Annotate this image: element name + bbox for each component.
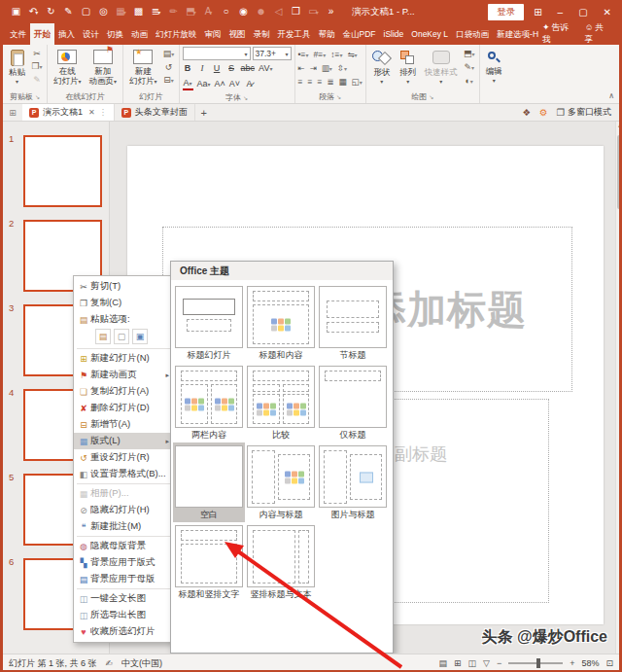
smartart-icon[interactable]: ◱▾	[352, 77, 363, 87]
layout-option-内容与标题[interactable]: 内容与标题	[245, 442, 317, 522]
close-icon[interactable]: ✕	[604, 7, 611, 18]
bold-icon[interactable]: B	[183, 62, 193, 75]
text-shadow-icon[interactable]: S	[226, 62, 237, 75]
menu-hide-slide[interactable]: ⊘隐藏幻灯片(H)	[74, 502, 173, 518]
dialog-launcher-icon[interactable]: ↘	[429, 93, 433, 100]
tell-me-item[interactable]: ✦告诉我	[542, 22, 575, 46]
normal-view-icon[interactable]: ▤	[438, 658, 447, 668]
menu-hide-master-bg[interactable]: ◍隐藏母版背景	[74, 538, 173, 554]
menu-new-animation-page[interactable]: ⚑新建动画页▸	[74, 367, 173, 383]
align-right-icon[interactable]: ≡	[317, 77, 322, 87]
decrease-indent-icon[interactable]: ⇤	[298, 63, 305, 73]
person-icon[interactable]: ☻	[254, 4, 268, 19]
arrange-button[interactable]: 排列▾	[397, 47, 420, 88]
shape-outline-icon[interactable]: ✎▾	[463, 62, 476, 74]
tab-menu-icon[interactable]: ⋮	[99, 108, 107, 117]
increase-indent-icon[interactable]: ⇥	[310, 63, 317, 73]
save-icon[interactable]: ▣	[9, 4, 23, 19]
layers-icon[interactable]: ❐	[289, 4, 303, 19]
reset-slide-icon[interactable]: ↺	[162, 62, 176, 73]
dialog-launcher-icon[interactable]: ↘	[243, 94, 248, 101]
layout-option-标题和竖排文字[interactable]: 标题和竖排文字	[173, 522, 245, 602]
tab-视图[interactable]: 视图	[225, 23, 250, 45]
layout-option-比较[interactable]: 比较	[245, 363, 317, 442]
ellipse-icon[interactable]: ○	[219, 4, 233, 19]
scroll-up-icon[interactable]: ▲	[616, 123, 619, 128]
cut-icon[interactable]: ✂	[30, 49, 44, 59]
ribbon-options-icon[interactable]: ⊞	[534, 7, 541, 18]
menu-reset-slide[interactable]: ↺重设幻灯片(R)	[74, 449, 173, 466]
slide-sorter-icon[interactable]: ⊞	[454, 658, 462, 668]
text-direction-icon[interactable]: ⇋▾	[347, 50, 357, 59]
align-text-icon[interactable]: ⇳▾	[337, 63, 347, 73]
feedback-icon[interactable]: ❖	[522, 107, 531, 118]
share-item[interactable]: ☺共享	[584, 22, 611, 46]
tab-OneKey L[interactable]: OneKey L	[407, 23, 452, 45]
tab-新建选项-H[interactable]: 新建选项-H	[493, 23, 542, 45]
menu-bg-to-master[interactable]: ▤背景应用于母版	[74, 571, 173, 587]
layout-icon[interactable]: ▤▾	[162, 49, 176, 60]
menu-layout[interactable]: ▦版式(L)▸	[74, 433, 173, 449]
sound-icon[interactable]: ◁	[271, 4, 286, 19]
layout-option-标题和内容[interactable]: 标题和内容	[245, 283, 317, 363]
menu-export-long-picture[interactable]: ◫所选导出长图	[74, 607, 173, 623]
menu-new-slide[interactable]: ⊞新建幻灯片(N)	[74, 350, 173, 367]
pen-tool-icon[interactable]: ✎	[61, 4, 76, 19]
slide-thumbnail-1[interactable]	[23, 135, 102, 207]
close-tab-icon[interactable]: ✕	[88, 108, 95, 117]
tab-iSlide[interactable]: iSlide	[380, 23, 408, 45]
copy-icon[interactable]: ❐▾	[30, 61, 44, 73]
collapse-ribbon-icon[interactable]: ∧	[608, 91, 614, 100]
section-icon[interactable]: ⊟▾	[162, 75, 176, 87]
fill-bucket-icon[interactable]: ⬒▾	[184, 4, 198, 19]
new-document-icon[interactable]: ▢	[79, 4, 93, 19]
dialog-launcher-icon[interactable]: ↘	[35, 93, 40, 100]
tab-开发工具[interactable]: 开发工具	[274, 23, 315, 45]
layout-option-节标题[interactable]: 节标题	[317, 283, 389, 363]
undo-icon[interactable]: ↶▾	[26, 4, 41, 19]
line-spacing-icon[interactable]: ↕≡▾	[330, 50, 342, 59]
menu-delete-slide[interactable]: ✘删除幻灯片(D)	[74, 400, 173, 416]
clear-format-icon[interactable]: A̷	[244, 78, 255, 90]
tab-帮助[interactable]: 帮助	[315, 23, 339, 45]
font-size-combo[interactable]: 37.3+▾	[253, 47, 292, 60]
select-target-icon[interactable]: ◉	[236, 4, 251, 19]
quick-styles-button[interactable]: 快速样式▾	[422, 47, 461, 88]
zoom-out-button[interactable]: −	[497, 658, 501, 668]
qat-overflow-icon[interactable]: »	[324, 4, 338, 19]
tab-动画[interactable]: 动画	[127, 23, 152, 45]
tab-切换[interactable]: 切换	[103, 23, 127, 45]
align-center-icon[interactable]: ≡	[308, 77, 313, 87]
zoom-in-button[interactable]: +	[570, 658, 574, 668]
vertical-scrollbar[interactable]: ▲	[615, 122, 619, 654]
menu-duplicate-slide[interactable]: ❏复制幻灯片(A)	[74, 383, 173, 400]
underline-icon[interactable]: U	[212, 62, 223, 75]
menu-copy[interactable]: ❐复制(C)	[74, 295, 173, 311]
menu-add-section[interactable]: ⊟新增节(A)	[74, 416, 173, 433]
layout-option-标题幻灯片[interactable]: 标题幻灯片	[173, 283, 245, 363]
align-left-icon[interactable]: ≡	[298, 77, 303, 87]
new-tab-button[interactable]: +	[195, 104, 213, 121]
font-name-combo[interactable]: ▾	[183, 47, 251, 60]
start-page-icon[interactable]: ⊞	[3, 104, 22, 121]
print-preview-icon[interactable]: ◎	[96, 4, 111, 19]
tab-审阅[interactable]: 审阅	[201, 23, 225, 45]
format-painter-icon[interactable]: ✎	[30, 75, 44, 86]
tab-金山PDF[interactable]: 金山PDF	[339, 23, 380, 45]
tab-录制[interactable]: 录制	[250, 23, 274, 45]
new-slide-button[interactable]: 新建 幻灯片▾	[126, 47, 160, 88]
fit-to-window-icon[interactable]: ⊡	[605, 658, 613, 668]
maximize-icon[interactable]: ▢	[578, 7, 587, 18]
tab-设计[interactable]: 设计	[79, 23, 103, 45]
zoom-slider-thumb[interactable]	[536, 658, 540, 668]
menu-cut[interactable]: ✂剪切(T)	[74, 278, 173, 295]
menu-bg-format[interactable]: ◧设置背景格式(B)...	[74, 466, 173, 482]
settings-gear-icon[interactable]: ⚙	[539, 107, 548, 118]
paste-keep-source-icon[interactable]: ▤	[95, 329, 111, 344]
menu-paste-options[interactable]: ▤粘贴选项:	[74, 311, 173, 328]
menu-favorite-slides[interactable]: ♥收藏所选幻灯片	[74, 623, 173, 640]
online-slides-button[interactable]: 在线幻灯片▾	[51, 47, 85, 88]
table-convert-icon[interactable]: ▦	[339, 77, 347, 87]
paste-button[interactable]: 粘贴▾	[6, 47, 28, 88]
shape-effects-icon[interactable]: ◐▾	[463, 76, 476, 88]
